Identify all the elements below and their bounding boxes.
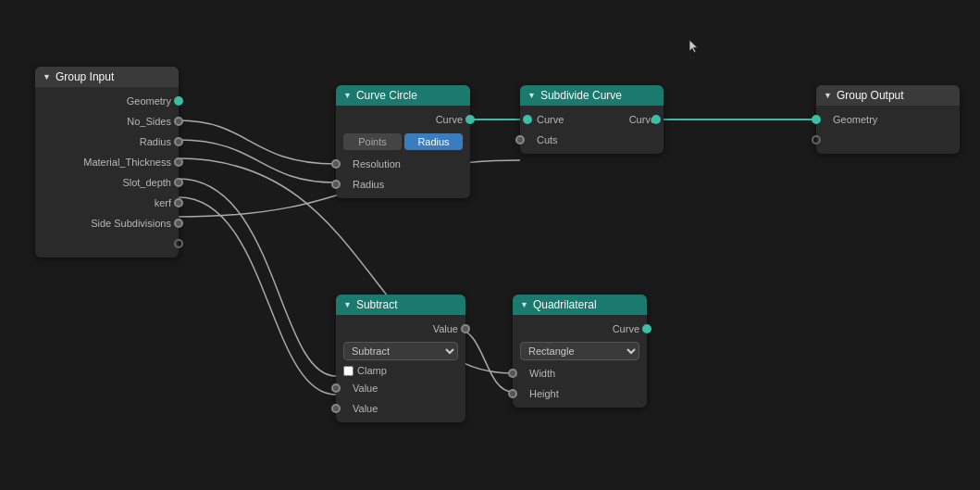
chevron-icon4: ▼ — [824, 91, 832, 100]
radius-in-label: Radius — [353, 179, 384, 190]
nosides-label: No_Sides — [127, 116, 171, 127]
value2-label: Value — [353, 403, 378, 414]
clamp-row: Clamp — [336, 363, 465, 378]
resolution-socket — [331, 159, 341, 169]
node-subtract: ▼ Subtract Value Subtract Add Multiply D… — [336, 295, 465, 422]
value-out-socket — [461, 324, 470, 333]
curve-circle-title: Curve Circle — [356, 89, 417, 102]
subtract-title: Subtract — [356, 298, 398, 311]
height-socket — [508, 389, 517, 398]
row-radius: Radius — [35, 132, 179, 152]
cursor-icon — [687, 39, 701, 54]
subtract-dropdown[interactable]: Subtract Add Multiply Divide — [343, 342, 458, 360]
node-curve-circle: ▼ Curve Circle Curve Points Radius Resol… — [336, 85, 470, 198]
geometry-socket — [174, 96, 183, 106]
value-out-label: Value — [433, 323, 458, 334]
group-output-header: ▼ Group Output — [816, 85, 960, 106]
node-group-input: ▼ Group Input Geometry No_Sides Radius M… — [35, 67, 179, 258]
wire-slotdepth-subtract — [179, 179, 336, 376]
row-empty — [35, 233, 179, 254]
chevron-icon2: ▼ — [343, 91, 352, 100]
chevron-icon3: ▼ — [527, 91, 536, 100]
cuts-socket — [515, 135, 525, 144]
empty-in-socket — [812, 135, 821, 144]
nosides-socket — [174, 117, 183, 126]
row-geo-in: Geometry — [816, 109, 960, 130]
subdivide-header: ▼ Subdivide Curve — [520, 85, 664, 106]
height-label: Height — [529, 388, 559, 399]
kerf-label: kerf — [155, 197, 171, 208]
quad-dropdown-row: Rectangle Parallelogram Trapezoid Kite R… — [513, 339, 647, 363]
wire-nosides-resolution — [179, 120, 336, 164]
row-cuts: Cuts — [520, 130, 664, 150]
quad-curve-out-label: Curve — [613, 323, 639, 334]
cuts-label: Cuts — [537, 134, 558, 145]
row-curve-out: Curve — [336, 109, 470, 130]
clamp-checkbox[interactable] — [343, 366, 354, 376]
row-width-in: Width — [513, 363, 647, 383]
curve-out-label: Curve — [436, 114, 463, 125]
geometry-label: Geometry — [127, 95, 171, 107]
sidesubdivisions-socket — [174, 219, 183, 228]
row-slotdepth: Slot_depth — [35, 172, 179, 193]
row-sidesubdivisions: Side Subdivisions — [35, 213, 179, 233]
radius-in-socket — [331, 180, 341, 189]
empty-socket — [174, 239, 183, 248]
clamp-label: Clamp — [357, 365, 387, 376]
node-quadrilateral: ▼ Quadrilateral Curve Rectangle Parallel… — [513, 295, 647, 408]
row-material: Material_Thickness — [35, 152, 179, 172]
wire-kerf-subtract — [179, 197, 336, 395]
row-quad-curve-out: Curve — [513, 319, 647, 339]
kerf-socket — [174, 198, 183, 207]
radius-socket — [174, 137, 183, 146]
group-input-body: Geometry No_Sides Radius Material_Thickn… — [35, 87, 179, 258]
curve-in-label: Curve — [537, 114, 564, 125]
row-kerf: kerf — [35, 193, 179, 213]
quad-dropdown[interactable]: Rectangle Parallelogram Trapezoid Kite R… — [520, 342, 639, 360]
group-input-title: Group Input — [56, 70, 114, 83]
radius-button[interactable]: Radius — [404, 133, 463, 150]
subdivide-body: Curve Curve Cuts — [520, 106, 664, 154]
row-nosides: No_Sides — [35, 111, 179, 132]
chevron-icon: ▼ — [43, 72, 51, 82]
value1-socket — [331, 383, 341, 393]
quad-header: ▼ Quadrilateral — [513, 295, 647, 315]
quad-curve-out-socket — [642, 324, 651, 333]
width-socket — [508, 369, 517, 378]
group-output-title: Group Output — [837, 89, 904, 102]
subtract-body: Value Subtract Add Multiply Divide Clamp… — [336, 315, 465, 422]
curve-in-socket — [523, 115, 532, 124]
row-radius-in: Radius — [336, 174, 470, 195]
row-value-out: Value — [336, 319, 465, 339]
row-curve-io: Curve Curve — [520, 109, 664, 130]
subdivide-title: Subdivide Curve — [540, 89, 622, 102]
wire-radius-curveradius — [179, 140, 336, 182]
subtract-dropdown-row: Subtract Add Multiply Divide — [336, 339, 465, 363]
material-socket — [174, 157, 183, 167]
node-subdivide-curve: ▼ Subdivide Curve Curve Curve Cuts — [520, 85, 664, 154]
geo-in-socket — [812, 115, 821, 124]
slotdepth-socket — [174, 178, 183, 187]
chevron-icon6: ▼ — [520, 300, 528, 309]
curve-out-socket — [465, 115, 475, 124]
sidesubdivisions-label: Side Subdivisions — [91, 218, 171, 229]
material-label: Material_Thickness — [83, 157, 171, 168]
group-output-body: Geometry — [816, 106, 960, 154]
geo-in-label: Geometry — [833, 114, 877, 125]
points-button[interactable]: Points — [343, 133, 402, 150]
value2-socket — [331, 404, 341, 413]
quad-title: Quadrilateral — [533, 298, 597, 311]
curve-out-socket2 — [651, 115, 661, 124]
chevron-icon5: ▼ — [343, 300, 352, 309]
row-resolution: Resolution — [336, 154, 470, 174]
subtract-header: ▼ Subtract — [336, 295, 465, 315]
slotdepth-label: Slot_depth — [122, 177, 171, 188]
row-geometry: Geometry — [35, 91, 179, 111]
quad-body: Curve Rectangle Parallelogram Trapezoid … — [513, 315, 647, 408]
value1-label: Value — [353, 383, 378, 394]
mode-buttons: Points Radius — [336, 130, 470, 154]
row-value2-in: Value — [336, 398, 465, 419]
group-input-header: ▼ Group Input — [35, 67, 179, 87]
node-group-output: ▼ Group Output Geometry — [816, 85, 960, 154]
row-height-in: Height — [513, 383, 647, 404]
